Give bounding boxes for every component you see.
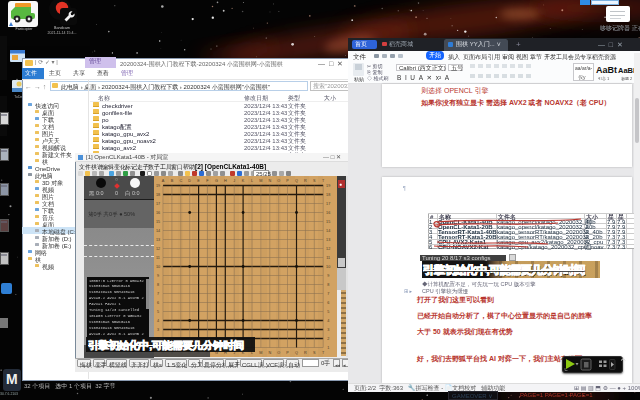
svg-text:N: N bbox=[268, 351, 271, 355]
svg-text:D: D bbox=[188, 179, 191, 183]
svg-text:18: 18 bbox=[326, 193, 330, 197]
svg-text:R: R bbox=[304, 179, 307, 183]
svg-text:12: 12 bbox=[326, 247, 330, 251]
svg-text:L: L bbox=[251, 179, 253, 183]
svg-text:9: 9 bbox=[157, 274, 159, 278]
svg-text:6: 6 bbox=[327, 301, 329, 305]
svg-text:7: 7 bbox=[327, 292, 329, 296]
svg-text:4: 4 bbox=[327, 319, 329, 323]
svg-text:B: B bbox=[171, 179, 174, 183]
svg-text:11: 11 bbox=[326, 256, 330, 260]
svg-text:18: 18 bbox=[156, 193, 160, 197]
svg-text:2: 2 bbox=[327, 337, 329, 341]
svg-text:1: 1 bbox=[327, 346, 329, 350]
svg-text:R: R bbox=[304, 351, 307, 355]
svg-text:G: G bbox=[215, 179, 218, 183]
svg-text:M: M bbox=[259, 179, 262, 183]
svg-text:Q: Q bbox=[295, 351, 298, 355]
svg-text:19: 19 bbox=[156, 184, 160, 188]
svg-text:15: 15 bbox=[156, 220, 160, 224]
svg-text:14: 14 bbox=[156, 229, 160, 233]
svg-text:5: 5 bbox=[157, 310, 159, 314]
svg-text:4: 4 bbox=[157, 319, 159, 323]
svg-text:16: 16 bbox=[326, 211, 330, 215]
svg-text:3: 3 bbox=[157, 328, 159, 332]
svg-text:A: A bbox=[162, 179, 165, 183]
svg-text:H: H bbox=[224, 179, 227, 183]
svg-text:10: 10 bbox=[326, 265, 330, 269]
svg-text:7: 7 bbox=[157, 292, 159, 296]
svg-text:8: 8 bbox=[157, 283, 159, 287]
svg-text:S: S bbox=[313, 351, 316, 355]
svg-text:13: 13 bbox=[326, 238, 330, 242]
svg-text:3: 3 bbox=[327, 328, 329, 332]
svg-text:8: 8 bbox=[327, 283, 329, 287]
svg-text:12: 12 bbox=[156, 247, 160, 251]
svg-text:15: 15 bbox=[326, 220, 330, 224]
svg-text:O: O bbox=[277, 351, 280, 355]
svg-text:9: 9 bbox=[327, 274, 329, 278]
svg-text:5: 5 bbox=[327, 310, 329, 314]
svg-text:19: 19 bbox=[326, 184, 330, 188]
svg-text:17: 17 bbox=[156, 202, 160, 206]
svg-text:16: 16 bbox=[156, 211, 160, 215]
svg-text:J: J bbox=[233, 179, 235, 183]
svg-text:N: N bbox=[268, 179, 271, 183]
svg-text:11: 11 bbox=[156, 256, 160, 260]
svg-text:14: 14 bbox=[326, 229, 330, 233]
svg-text:O: O bbox=[277, 179, 280, 183]
svg-text:13: 13 bbox=[156, 238, 160, 242]
svg-text:S: S bbox=[313, 179, 316, 183]
svg-text:17: 17 bbox=[326, 202, 330, 206]
svg-text:C: C bbox=[179, 179, 182, 183]
svg-text:10: 10 bbox=[156, 265, 160, 269]
svg-text:6: 6 bbox=[157, 301, 159, 305]
svg-text:Q: Q bbox=[295, 179, 298, 183]
svg-text:M: M bbox=[259, 351, 262, 355]
